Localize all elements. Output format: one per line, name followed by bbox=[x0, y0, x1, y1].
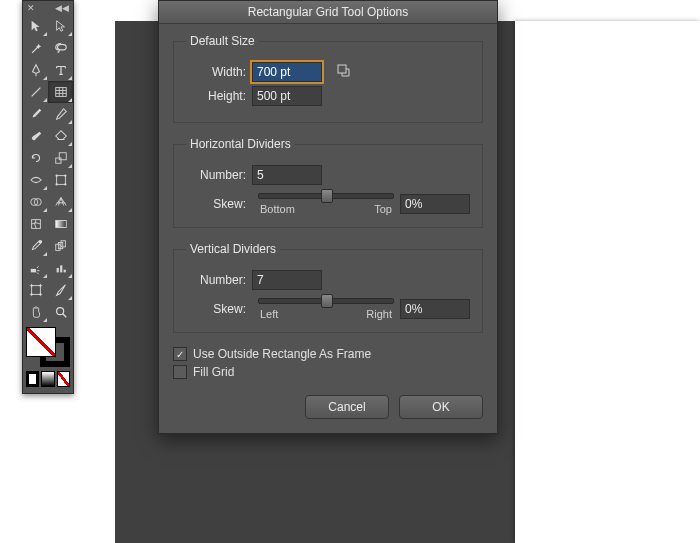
pen-tool[interactable] bbox=[23, 59, 48, 81]
draw-mode-row bbox=[26, 371, 70, 387]
height-input[interactable] bbox=[252, 86, 322, 106]
width-tool[interactable] bbox=[23, 169, 48, 191]
artboard-tool[interactable] bbox=[23, 279, 48, 301]
svg-point-13 bbox=[55, 183, 57, 185]
svg-point-28 bbox=[56, 308, 63, 315]
gradient-mode-icon[interactable] bbox=[41, 371, 54, 387]
free-transform-tool[interactable] bbox=[48, 169, 73, 191]
horizontal-dividers-group: Horizontal Dividers Number: Skew: Bottom… bbox=[173, 137, 483, 228]
svg-point-14 bbox=[64, 183, 66, 185]
checkbox-unchecked-icon[interactable] bbox=[173, 365, 187, 379]
use-frame-label: Use Outside Rectangle As Frame bbox=[193, 347, 371, 361]
svg-point-19 bbox=[38, 240, 42, 244]
h-number-label: Number: bbox=[186, 168, 252, 182]
h-skew-min-label: Bottom bbox=[260, 203, 295, 215]
scale-tool[interactable] bbox=[48, 147, 73, 169]
h-skew-input[interactable] bbox=[400, 194, 470, 214]
rotate-tool[interactable] bbox=[23, 147, 48, 169]
blob-brush-tool[interactable] bbox=[23, 125, 48, 147]
svg-point-11 bbox=[55, 174, 57, 176]
v-skew-slider[interactable] bbox=[258, 298, 394, 304]
rectangular-grid-tool[interactable] bbox=[48, 81, 73, 103]
svg-rect-23 bbox=[30, 269, 35, 273]
svg-rect-2 bbox=[55, 88, 66, 97]
collapse-icon[interactable]: ◀◀ bbox=[55, 4, 69, 13]
tools-panel: ✕ ◀◀ bbox=[22, 0, 74, 394]
v-skew-thumb[interactable] bbox=[321, 294, 333, 308]
line-segment-tool[interactable] bbox=[23, 81, 48, 103]
h-skew-max-label: Top bbox=[374, 203, 392, 215]
h-skew-slider[interactable] bbox=[258, 193, 394, 199]
shape-builder-tool[interactable] bbox=[23, 191, 48, 213]
v-skew-input[interactable] bbox=[400, 299, 470, 319]
svg-point-12 bbox=[64, 174, 66, 176]
fill-stroke-swatches[interactable] bbox=[26, 327, 70, 367]
vertical-dividers-group: Vertical Dividers Number: Skew: Left Rig… bbox=[173, 242, 483, 333]
h-number-input[interactable] bbox=[252, 165, 322, 185]
fill-grid-label: Fill Grid bbox=[193, 365, 234, 379]
v-dividers-legend: Vertical Dividers bbox=[186, 242, 280, 256]
svg-line-29 bbox=[62, 314, 66, 318]
width-label: Width: bbox=[186, 65, 252, 79]
paintbrush-tool[interactable] bbox=[23, 103, 48, 125]
fill-grid-option[interactable]: Fill Grid bbox=[173, 365, 483, 379]
mesh-tool[interactable] bbox=[23, 213, 48, 235]
perspective-grid-tool[interactable] bbox=[48, 191, 73, 213]
constrain-proportions-icon[interactable] bbox=[336, 63, 352, 82]
tools-panel-header[interactable]: ✕ ◀◀ bbox=[23, 1, 73, 15]
eraser-tool[interactable] bbox=[48, 125, 73, 147]
lasso-tool[interactable] bbox=[48, 37, 73, 59]
default-size-legend: Default Size bbox=[186, 34, 259, 48]
color-controls bbox=[23, 323, 73, 393]
zoom-tool[interactable] bbox=[48, 301, 73, 323]
svg-rect-17 bbox=[31, 220, 40, 229]
blend-tool[interactable] bbox=[48, 235, 73, 257]
color-mode-icon[interactable] bbox=[26, 371, 39, 387]
height-label: Height: bbox=[186, 89, 252, 103]
svg-rect-8 bbox=[55, 158, 60, 163]
default-size-group: Default Size Width: Height: bbox=[173, 34, 483, 123]
h-skew-thumb[interactable] bbox=[321, 189, 333, 203]
svg-rect-30 bbox=[338, 65, 346, 73]
magic-wand-tool[interactable] bbox=[23, 37, 48, 59]
none-mode-icon[interactable] bbox=[57, 371, 70, 387]
svg-line-1 bbox=[31, 88, 40, 97]
svg-rect-24 bbox=[56, 268, 58, 272]
svg-rect-25 bbox=[60, 265, 62, 272]
v-skew-min-label: Left bbox=[260, 308, 278, 320]
v-number-label: Number: bbox=[186, 273, 252, 287]
hand-tool[interactable] bbox=[23, 301, 48, 323]
tool-grid bbox=[23, 15, 73, 323]
gradient-tool[interactable] bbox=[48, 213, 73, 235]
selection-tool[interactable] bbox=[23, 15, 48, 37]
svg-rect-10 bbox=[56, 176, 65, 185]
type-tool[interactable] bbox=[48, 59, 73, 81]
dialog-title: Rectangular Grid Tool Options bbox=[159, 1, 497, 24]
checkbox-checked-icon[interactable]: ✓ bbox=[173, 347, 187, 361]
h-skew-label: Skew: bbox=[186, 197, 252, 211]
symbol-sprayer-tool[interactable] bbox=[23, 257, 48, 279]
close-icon[interactable]: ✕ bbox=[27, 4, 35, 13]
width-input[interactable] bbox=[252, 62, 322, 82]
svg-rect-9 bbox=[59, 153, 66, 160]
svg-point-0 bbox=[57, 44, 66, 50]
v-number-input[interactable] bbox=[252, 270, 322, 290]
h-dividers-legend: Horizontal Dividers bbox=[186, 137, 295, 151]
artboard bbox=[515, 21, 700, 543]
cancel-button[interactable]: Cancel bbox=[305, 395, 389, 419]
v-skew-max-label: Right bbox=[366, 308, 392, 320]
svg-rect-26 bbox=[63, 270, 65, 273]
pencil-tool[interactable] bbox=[48, 103, 73, 125]
ok-button[interactable]: OK bbox=[399, 395, 483, 419]
eyedropper-tool[interactable] bbox=[23, 235, 48, 257]
fill-swatch[interactable] bbox=[26, 327, 56, 357]
v-skew-label: Skew: bbox=[186, 302, 252, 316]
direct-selection-tool[interactable] bbox=[48, 15, 73, 37]
svg-rect-27 bbox=[31, 286, 40, 295]
svg-rect-18 bbox=[55, 221, 66, 228]
slice-tool[interactable] bbox=[48, 279, 73, 301]
use-frame-option[interactable]: ✓ Use Outside Rectangle As Frame bbox=[173, 347, 483, 361]
grid-options-dialog: Rectangular Grid Tool Options Default Si… bbox=[158, 0, 498, 434]
column-graph-tool[interactable] bbox=[48, 257, 73, 279]
